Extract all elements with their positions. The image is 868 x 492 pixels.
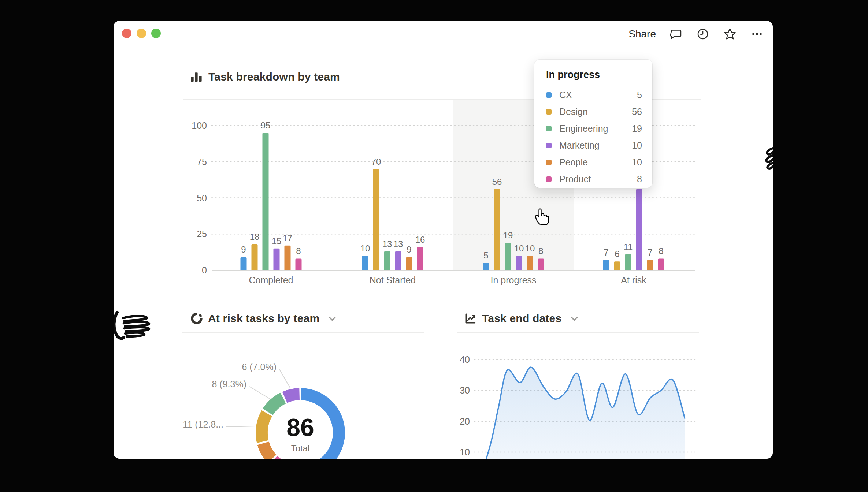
zoom-window-button[interactable] bbox=[151, 29, 161, 38]
series-value: 56 bbox=[632, 107, 642, 117]
series-swatch bbox=[546, 143, 552, 148]
comment-icon[interactable] bbox=[668, 27, 683, 41]
line-chart-title: Task end dates bbox=[482, 312, 561, 325]
bar-chart-title: Task breakdown by team bbox=[208, 71, 340, 83]
line-chart-icon bbox=[464, 312, 477, 325]
series-swatch bbox=[546, 160, 552, 165]
more-icon[interactable] bbox=[750, 27, 764, 41]
y-tick-label: 30 bbox=[460, 385, 470, 395]
y-tick-label: 50 bbox=[197, 193, 207, 203]
donut-slice-3[interactable] bbox=[256, 410, 272, 443]
bar-people-not-started[interactable] bbox=[406, 257, 412, 270]
bar-value-label: 8 bbox=[296, 246, 301, 256]
bar-product-at-risk[interactable] bbox=[658, 258, 664, 270]
tooltip-row: Design 56 bbox=[546, 103, 642, 120]
donut-slice-5[interactable] bbox=[282, 388, 300, 403]
minimize-window-button[interactable] bbox=[137, 29, 146, 38]
donut-total-value: 86 bbox=[271, 415, 330, 440]
x-category-label: Not Started bbox=[370, 275, 416, 285]
series-value: 5 bbox=[637, 90, 642, 100]
bar-value-label: 9 bbox=[407, 245, 411, 254]
bar-marketing-not-started[interactable] bbox=[395, 251, 401, 270]
donut-chart-header: At risk tasks by team bbox=[190, 312, 337, 325]
chart-tooltip: In progress CX 5 Design 56 Engineering 1… bbox=[534, 60, 652, 188]
bar-engineering-at-risk[interactable] bbox=[625, 254, 631, 270]
bar-value-label: 10 bbox=[514, 243, 524, 253]
bar-chart-icon bbox=[189, 70, 203, 84]
bar-value-label: 95 bbox=[261, 120, 271, 130]
bar-product-completed[interactable] bbox=[296, 258, 302, 270]
tooltip-rows: CX 5 Design 56 Engineering 19 Marketing … bbox=[546, 86, 642, 187]
bar-engineering-in-progress[interactable] bbox=[505, 243, 511, 270]
bar-design-in-progress[interactable] bbox=[494, 189, 500, 270]
donut-chart-title: At risk tasks by team bbox=[208, 312, 319, 325]
series-label: Marketing bbox=[559, 140, 632, 151]
bar-cx-at-risk[interactable] bbox=[603, 260, 609, 270]
app-window: Share bbox=[114, 21, 773, 459]
series-swatch bbox=[546, 109, 552, 115]
donut-chart-icon bbox=[190, 312, 203, 325]
series-label: Product bbox=[559, 174, 637, 184]
star-icon[interactable] bbox=[723, 27, 737, 41]
bar-value-label: 8 bbox=[659, 246, 663, 256]
bar-value-label: 18 bbox=[250, 232, 260, 242]
bar-value-label: 9 bbox=[241, 245, 246, 254]
donut-chart-divider bbox=[182, 332, 424, 333]
bar-marketing-at-risk[interactable] bbox=[636, 189, 642, 270]
bar-marketing-completed[interactable] bbox=[274, 249, 280, 270]
series-value: 10 bbox=[632, 140, 642, 151]
y-tick-label: 20 bbox=[460, 416, 470, 426]
share-button[interactable]: Share bbox=[628, 28, 656, 40]
series-value: 8 bbox=[637, 174, 642, 184]
y-tick-label: 75 bbox=[197, 157, 207, 167]
tooltip-row: CX 5 bbox=[546, 86, 642, 103]
hand-doodle-right bbox=[763, 146, 773, 174]
chevron-down-icon[interactable] bbox=[570, 314, 579, 323]
bar-marketing-in-progress[interactable] bbox=[516, 256, 522, 271]
y-tick-label: 100 bbox=[192, 120, 207, 131]
donut-callout-label: 11 (12.8... bbox=[183, 419, 223, 429]
tooltip-row: People 10 bbox=[546, 154, 642, 171]
line-chart-plot[interactable]: 40302010 bbox=[450, 336, 703, 459]
bar-design-completed[interactable] bbox=[252, 244, 258, 270]
close-window-button[interactable] bbox=[122, 29, 131, 38]
x-category-label: Completed bbox=[249, 275, 293, 285]
y-tick-label: 40 bbox=[460, 354, 470, 365]
y-tick-label: 25 bbox=[197, 229, 207, 239]
bar-design-not-started[interactable] bbox=[373, 169, 379, 271]
donut-callout-label: 6 (7.0%) bbox=[242, 362, 277, 372]
clock-icon[interactable] bbox=[695, 27, 710, 41]
chevron-down-icon[interactable] bbox=[327, 314, 337, 323]
callout-line bbox=[249, 387, 270, 399]
callout-line bbox=[226, 426, 255, 427]
bar-people-at-risk[interactable] bbox=[647, 260, 653, 270]
series-label: Engineering bbox=[559, 123, 632, 134]
bar-value-label: 19 bbox=[503, 230, 513, 240]
bar-value-label: 7 bbox=[604, 247, 608, 257]
bar-value-label: 10 bbox=[360, 243, 370, 253]
donut-callout-label: 8 (9.3%) bbox=[212, 379, 246, 389]
window-controls bbox=[122, 29, 161, 38]
bar-cx-not-started[interactable] bbox=[362, 256, 368, 271]
bar-engineering-not-started[interactable] bbox=[384, 251, 390, 270]
bar-value-label: 13 bbox=[382, 239, 392, 249]
bar-cx-completed[interactable] bbox=[241, 257, 247, 270]
bar-chart-header: Task breakdown by team bbox=[189, 70, 340, 84]
series-swatch bbox=[546, 176, 552, 182]
x-category-label: In progress bbox=[490, 275, 536, 285]
tooltip-title: In progress bbox=[546, 69, 642, 81]
bar-product-not-started[interactable] bbox=[417, 247, 423, 270]
bar-value-label: 17 bbox=[283, 233, 293, 243]
series-value: 19 bbox=[632, 123, 642, 134]
bar-design-at-risk[interactable] bbox=[614, 261, 620, 270]
series-label: Design bbox=[559, 107, 632, 117]
topbar-actions: Share bbox=[628, 26, 764, 42]
bar-product-in-progress[interactable] bbox=[538, 258, 544, 270]
bar-engineering-completed[interactable] bbox=[263, 133, 269, 270]
bar-cx-in-progress[interactable] bbox=[483, 263, 489, 270]
y-tick-label: 0 bbox=[202, 265, 207, 275]
bar-value-label: 15 bbox=[272, 236, 282, 246]
bar-people-completed[interactable] bbox=[285, 246, 291, 270]
bar-people-in-progress[interactable] bbox=[527, 256, 533, 271]
donut-slice-4[interactable] bbox=[263, 393, 286, 415]
